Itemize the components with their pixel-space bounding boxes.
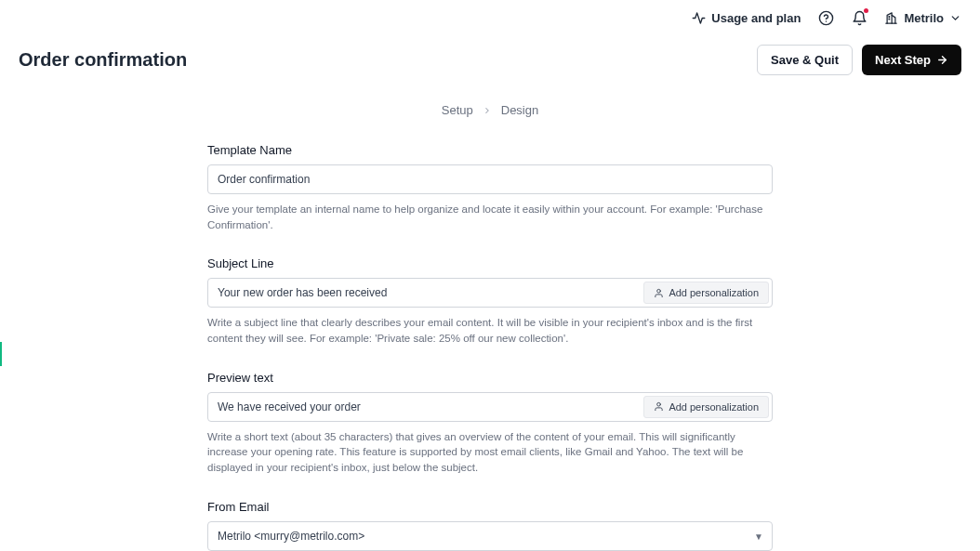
breadcrumb-design[interactable]: Design [501, 103, 538, 117]
svg-rect-2 [889, 16, 890, 17]
svg-point-5 [657, 289, 661, 293]
usage-and-plan-link[interactable]: Usage and plan [692, 11, 801, 25]
from-email-label: From Email [207, 500, 773, 514]
breadcrumb-setup[interactable]: Setup [442, 103, 473, 117]
usage-label: Usage and plan [711, 11, 801, 25]
org-label: Metrilo [904, 11, 944, 25]
template-name-group: Template Name Give your template an inte… [207, 143, 773, 232]
help-button[interactable] [817, 9, 834, 26]
topbar: Usage and plan Metrilo [0, 0, 980, 32]
notification-dot [864, 8, 868, 13]
building-icon [884, 11, 898, 25]
subject-personalization-label: Add personalization [669, 287, 759, 298]
svg-rect-3 [889, 19, 890, 20]
preview-text-label: Preview text [207, 371, 773, 385]
subject-personalization-button[interactable]: Add personalization [643, 282, 769, 304]
header-row: Order confirmation Save & Quit Next Step [0, 32, 980, 85]
notifications-button[interactable] [851, 9, 867, 26]
save-quit-button[interactable]: Save & Quit [757, 45, 853, 75]
next-step-label: Next Step [875, 53, 931, 67]
page-title: Order confirmation [19, 49, 187, 71]
preview-text-group: Preview text Add personalization Write a… [207, 371, 773, 476]
save-quit-label: Save & Quit [771, 53, 839, 67]
template-name-helper: Give your template an internal name to h… [207, 202, 773, 232]
subject-line-group: Subject Line Add personalization Write a… [207, 256, 773, 346]
breadcrumb: Setup Design [0, 85, 980, 143]
preview-text-helper: Write a short text (about 35 characters)… [207, 429, 773, 476]
chevron-down-icon [949, 12, 961, 24]
chevron-right-icon [483, 106, 492, 115]
user-icon [654, 288, 664, 298]
template-name-input[interactable] [207, 164, 773, 194]
next-step-button[interactable]: Next Step [862, 45, 961, 75]
help-icon [818, 10, 834, 26]
form-area: Template Name Give your template an inte… [207, 143, 773, 551]
org-switcher[interactable]: Metrilo [884, 11, 961, 25]
user-icon [654, 401, 664, 412]
arrow-right-icon [936, 54, 948, 66]
subject-line-helper: Write a subject line that clearly descri… [207, 315, 773, 346]
header-actions: Save & Quit Next Step [757, 45, 961, 75]
preview-personalization-label: Add personalization [669, 401, 759, 413]
from-email-select[interactable] [207, 521, 773, 551]
template-name-label: Template Name [207, 143, 773, 157]
preview-personalization-button[interactable]: Add personalization [643, 396, 769, 418]
from-email-group: From Email ▼ Choose the email address to… [207, 500, 773, 551]
subject-line-label: Subject Line [207, 256, 773, 270]
activity-icon [692, 11, 706, 25]
left-accent [0, 342, 2, 366]
svg-point-6 [657, 403, 661, 407]
